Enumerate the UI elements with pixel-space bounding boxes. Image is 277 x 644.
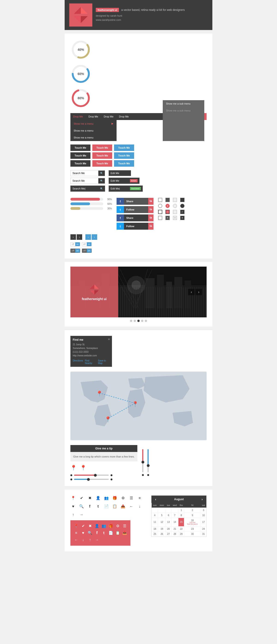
touch-btn-dark-1[interactable]: Touch Me (70, 144, 90, 151)
touch-btn-blue-3[interactable]: Touch Me (114, 160, 134, 167)
touch-btn-dark-3[interactable]: Touch Me (70, 160, 90, 167)
cal-day-27[interactable]: 27 (166, 531, 171, 536)
banner-dot-5[interactable] (145, 320, 147, 322)
edit-field-2[interactable]: Error! (108, 178, 140, 184)
cal-day-13[interactable]: 13 (166, 518, 171, 526)
search-btn-3[interactable]: 🔍 (98, 186, 105, 191)
cal-day-22[interactable]: 22 (178, 526, 184, 531)
calendar-prev-button[interactable]: ‹ (154, 498, 157, 501)
search-btn-1[interactable]: 🔍 (98, 170, 105, 176)
touch-btn-red-1[interactable]: Touch Me (92, 144, 112, 151)
search-input-3[interactable] (71, 186, 98, 191)
cal-day-12[interactable]: 12 (158, 518, 166, 526)
edit-field-1[interactable] (108, 170, 131, 176)
toggle-off-dark[interactable]: off on (70, 248, 80, 253)
search-field-3[interactable]: 🔍 (70, 186, 105, 192)
slider-thumb-blue[interactable] (87, 478, 90, 481)
page-next-blue[interactable]: › (92, 234, 97, 240)
cal-day-2[interactable]: 2 (184, 508, 200, 513)
cal-day-30[interactable]: 30 (184, 531, 200, 536)
submenu-item-2[interactable]: Show me a sub menu (163, 107, 204, 114)
radio-3[interactable] (173, 204, 177, 208)
cal-day-10[interactable]: 10 (200, 513, 206, 518)
touch-btn-red-3[interactable]: Touch Me (92, 160, 112, 167)
touch-btn-dark-2[interactable]: Touch Me (70, 152, 90, 159)
cal-day-29[interactable]: 29 (178, 531, 184, 536)
cal-day-14[interactable]: 14 (171, 518, 178, 526)
search-input-1[interactable] (71, 170, 98, 176)
dropdown-item-2[interactable]: Drop Me (86, 113, 101, 120)
page-prev-blue[interactable]: ‹ (86, 234, 91, 240)
toggle-on-light[interactable]: off on (82, 242, 92, 246)
checkbox-x-2[interactable]: ✕ (166, 216, 170, 220)
search-btn-2[interactable]: 🔍 (98, 178, 105, 184)
edit-input-3[interactable] (110, 187, 129, 190)
v-slider-thumb-blue[interactable] (147, 464, 150, 467)
edit-input-2[interactable] (110, 179, 129, 182)
checkbox-check-2[interactable]: ✓ (166, 210, 170, 214)
banner-dot-3[interactable] (137, 320, 140, 322)
cal-day-26[interactable]: 26 (158, 531, 166, 536)
cal-day-25[interactable]: 25 (152, 531, 158, 536)
social-share-fb-light[interactable]: f Share 5k (116, 198, 154, 205)
toggle-off-light[interactable]: off on (70, 242, 80, 246)
calendar-next-button[interactable]: › (200, 498, 204, 501)
cal-day-24[interactable]: 24 (200, 526, 206, 531)
map-card-close-button[interactable]: ✕ (108, 338, 110, 341)
radio-2[interactable]: ● (166, 204, 170, 208)
checkbox-3[interactable] (173, 198, 177, 202)
radio-4[interactable] (180, 204, 184, 208)
touch-btn-blue-2[interactable]: Touch Me (114, 152, 134, 159)
checkbox-check-1[interactable] (158, 210, 162, 214)
cal-day-9[interactable]: 9 (184, 513, 200, 518)
cal-day-5[interactable]: 5 (158, 513, 166, 518)
search-input-2[interactable] (71, 178, 98, 184)
dropdown-item-3[interactable]: Drop Me (101, 113, 116, 120)
save-to-map-link[interactable]: Save to Map (98, 360, 110, 364)
checkbox-check-3[interactable] (173, 210, 177, 214)
touch-btn-red-2[interactable]: Touch Me (92, 152, 112, 159)
dropdown-item-1[interactable]: Drop Me (70, 113, 86, 120)
v-slider-thumb-red[interactable] (142, 461, 144, 464)
banner-next-button[interactable]: › (196, 289, 202, 295)
submenu-item-1[interactable]: Show me a sub menu (163, 100, 204, 107)
cal-day-6[interactable]: 6 (166, 513, 171, 518)
touch-btn-blue-1[interactable]: Touch Me (114, 144, 134, 151)
checkbox-check-4[interactable]: ✓ (180, 210, 184, 214)
search-field-2[interactable]: 🔍 (70, 178, 105, 184)
edit-field-3[interactable]: Success! (108, 185, 143, 192)
cal-day-19[interactable]: 19 (158, 526, 166, 531)
directions-link[interactable]: Directions (73, 360, 83, 364)
banner-prev-button[interactable]: ‹ (188, 289, 194, 295)
cal-day-20[interactable]: 20 (166, 526, 171, 531)
menu-item-3[interactable]: Show me a menu (70, 134, 116, 141)
checkbox-1[interactable] (158, 198, 162, 202)
menu-item-2[interactable]: Show me a menu (70, 127, 116, 134)
cal-day-7[interactable]: 7 (171, 513, 178, 518)
edit-input-1[interactable] (110, 172, 129, 174)
slider-thumb-red[interactable] (94, 474, 97, 477)
page-prev-dark[interactable]: ‹ (70, 234, 76, 240)
cal-day-21[interactable]: 21 (171, 526, 178, 531)
cal-day-11[interactable]: 11 (152, 518, 158, 526)
banner-dot-4[interactable] (141, 320, 143, 322)
cal-day-31[interactable]: 31 (200, 531, 206, 536)
cal-day-4[interactable]: 4 (152, 513, 158, 518)
search-field-1[interactable]: 🔍 (70, 170, 105, 176)
cal-day-28[interactable]: 28 (171, 531, 178, 536)
checkbox-x-3[interactable]: ✕ (173, 216, 177, 220)
page-next-dark[interactable]: › (77, 234, 82, 240)
dropdown-item-4[interactable]: Drop Me (116, 113, 132, 120)
social-share-fb-dark[interactable]: f Share 5k (116, 214, 154, 221)
checkbox-4[interactable] (180, 198, 184, 202)
banner-dot-1[interactable] (130, 320, 132, 322)
cal-day-17[interactable]: 17 (200, 518, 206, 526)
find-nearby-link[interactable]: Find Nearby (85, 360, 96, 364)
menu-item-1[interactable]: Show me a menu ▶ (70, 120, 116, 127)
checkbox-x-4[interactable]: ✕ (180, 216, 184, 220)
social-follow-tw-dark[interactable]: t Follow 5k (116, 223, 154, 230)
cal-day-3[interactable]: 3 (200, 508, 206, 513)
cal-day-16-event[interactable]: 169:00 amfeed the parrot (184, 518, 200, 526)
cal-day-18[interactable]: 18 (152, 526, 158, 531)
cal-day-23[interactable]: 23 (184, 526, 200, 531)
